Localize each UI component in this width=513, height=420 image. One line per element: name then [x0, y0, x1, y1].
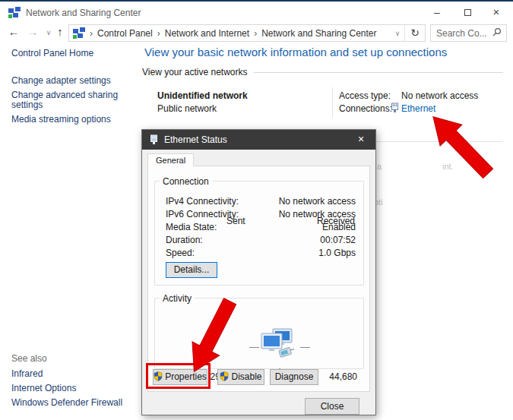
- column-divider: [332, 87, 333, 118]
- search-input[interactable]: [431, 28, 492, 39]
- see-also-label: See also: [11, 353, 47, 364]
- computers-connection-icon: [260, 328, 295, 362]
- sidebar-item-media-streaming-options[interactable]: Media streaming options: [11, 115, 111, 125]
- row-label: Speed:: [166, 247, 195, 260]
- properties-highlight-rectangle: [146, 363, 211, 389]
- connection-group-label: Connection: [160, 176, 212, 187]
- forward-icon[interactable]: →: [25, 25, 40, 38]
- arrow-to-ethernet-link: [422, 106, 499, 185]
- access-type-value: No network access: [401, 90, 478, 101]
- background-text-fragment: a: [377, 162, 382, 171]
- breadcrumb-network-and-internet[interactable]: Network and Internet: [165, 28, 249, 39]
- ethernet-plug-icon: [391, 103, 399, 115]
- search-box: [430, 24, 507, 42]
- sidebar-item-internet-options[interactable]: Internet Options: [11, 384, 76, 393]
- up-icon[interactable]: ↑: [52, 25, 68, 38]
- diagnose-button-label: Diagnose: [275, 371, 314, 382]
- navigation-toolbar: ← → ∨ ↑ › Control Panel › Network and In…: [0, 23, 513, 43]
- network-app-icon: [8, 7, 21, 19]
- dash-divider: [300, 347, 310, 348]
- dash-divider: [249, 347, 259, 348]
- duration-row: Duration: 00:07:52: [155, 234, 363, 247]
- active-networks-label: View your active networks: [142, 67, 248, 77]
- breadcrumb-network-icon: [73, 27, 85, 39]
- address-bar[interactable]: › Control Panel › Network and Internet ›…: [68, 24, 426, 42]
- ipv4-connectivity-row: IPv4 Connectivity: No network access: [155, 195, 363, 208]
- sidebar-item-infrared[interactable]: Infrared: [11, 369, 43, 379]
- background-text-fragment: int.: [442, 162, 454, 171]
- sidebar-item-change-adapter-settings[interactable]: Change adapter settings: [11, 76, 111, 86]
- sidebar-item-control-panel-home[interactable]: Control Panel Home: [11, 49, 93, 58]
- details-button[interactable]: Details...: [166, 262, 217, 278]
- row-label: IPv4 Connectivity:: [166, 195, 239, 208]
- close-button[interactable]: ×: [481, 3, 511, 23]
- sidebar-item-windows-defender-firewall[interactable]: Windows Defender Firewall: [11, 398, 122, 408]
- dialog-title: Ethernet Status: [164, 134, 227, 145]
- search-icon[interactable]: [492, 27, 502, 39]
- activity-group: Activity: [154, 298, 364, 369]
- refresh-icon[interactable]: ↻: [404, 25, 425, 41]
- ethernet-plug-icon: [150, 134, 158, 147]
- sent-label: Sent: [226, 216, 245, 226]
- network-type: Public network: [157, 103, 217, 114]
- access-type-label: Access type:: [339, 90, 391, 101]
- back-icon[interactable]: ←: [6, 25, 21, 38]
- page-title: View your basic network information and …: [144, 46, 447, 58]
- breadcrumb-network-and-sharing-center[interactable]: Network and Sharing Center: [261, 28, 376, 39]
- network-sharing-center-window: Network and Sharing Center – × ← → ∨ ↑ ›…: [0, 0, 513, 420]
- speed-row: Speed: 1.0 Gbps: [155, 247, 363, 260]
- address-dropdown-icon[interactable]: ∨: [391, 30, 405, 37]
- breadcrumb-separator-icon: ›: [85, 28, 97, 39]
- row-value: 00:07:52: [320, 234, 356, 247]
- row-label: Duration:: [166, 234, 203, 247]
- ethernet-status-dialog: Ethernet Status × General Connection IPv…: [141, 129, 376, 415]
- dialog-close-footer-button[interactable]: Close: [305, 398, 359, 415]
- active-networks-section: View your active networks: [142, 67, 503, 77]
- maximize-button[interactable]: [452, 3, 483, 23]
- breadcrumb-separator-icon: ›: [153, 28, 165, 39]
- dialog-titlebar: Ethernet Status ×: [142, 130, 375, 150]
- row-label: Media State:: [166, 221, 217, 234]
- dialog-close-button[interactable]: ×: [350, 130, 372, 150]
- section-divider: [254, 72, 503, 73]
- diagnose-button[interactable]: Diagnose: [270, 369, 318, 385]
- row-value: 1.0 Gbps: [318, 247, 356, 260]
- window-titlebar: Network and Sharing Center – ×: [0, 3, 513, 23]
- received-label: Received: [317, 216, 355, 226]
- sidebar-item-change-advanced-sharing-settings[interactable]: Change advanced sharing settings: [11, 90, 125, 110]
- activity-group-label: Activity: [160, 293, 195, 304]
- disable-button[interactable]: Disable: [217, 369, 264, 385]
- maximize-icon: [464, 9, 471, 16]
- breadcrumb-control-panel[interactable]: Control Panel: [97, 28, 153, 39]
- uac-shield-icon: [220, 371, 229, 381]
- disable-button-label: Disable: [231, 371, 261, 382]
- tab-general[interactable]: General: [147, 153, 194, 166]
- ethernet-link[interactable]: Ethernet: [401, 103, 435, 114]
- connections-label: Connections:: [339, 103, 392, 114]
- network-name: Unidentified network: [157, 90, 248, 101]
- breadcrumb-separator-icon: ›: [249, 28, 261, 39]
- connection-group: Connection IPv4 Connectivity: No network…: [154, 181, 364, 286]
- row-value: No network access: [279, 195, 356, 208]
- minimize-button[interactable]: –: [422, 3, 452, 23]
- dialog-tab-page: Connection IPv4 Connectivity: No network…: [147, 166, 370, 392]
- window-title: Network and Sharing Center: [26, 8, 141, 18]
- connection-rows: IPv4 Connectivity: No network access IPv…: [155, 195, 363, 260]
